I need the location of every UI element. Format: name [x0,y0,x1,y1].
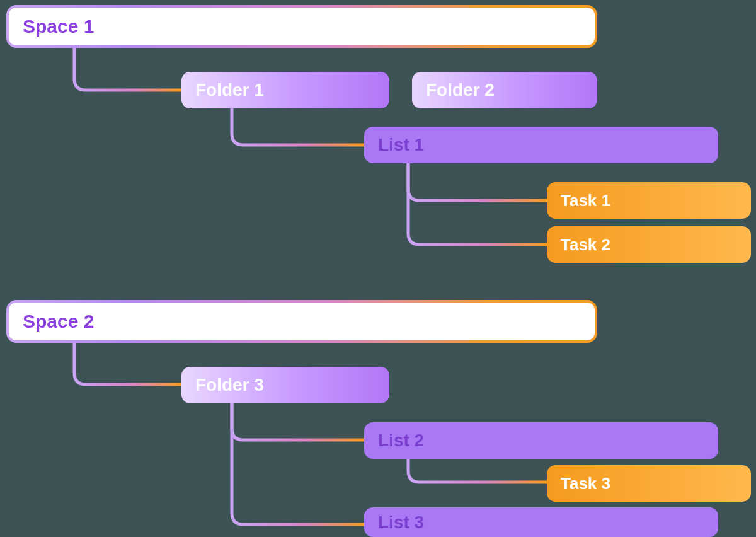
list-label: List 1 [378,135,424,155]
folder-label: Folder 3 [195,375,264,395]
folder-node-3[interactable]: Folder 3 [181,367,389,403]
folder-label: Folder 1 [195,80,264,100]
space-node-2[interactable]: Space 2 [6,300,597,343]
folder-label: Folder 2 [426,80,495,100]
list-node-3[interactable]: List 3 [364,507,718,537]
folder-node-1[interactable]: Folder 1 [181,72,389,108]
list-label: List 2 [378,430,424,451]
task-label: Task 2 [561,235,610,255]
task-node-3[interactable]: Task 3 [547,465,751,502]
task-label: Task 3 [561,474,610,494]
hierarchy-diagram: Space 1 Folder 1 Folder 2 List 1 Task 1 … [0,0,756,537]
list-node-2[interactable]: List 2 [364,422,718,459]
folder-node-2[interactable]: Folder 2 [412,72,597,108]
space-label: Space 1 [9,8,595,45]
space-label: Space 2 [9,303,595,340]
task-node-1[interactable]: Task 1 [547,182,751,219]
task-node-2[interactable]: Task 2 [547,226,751,263]
space-node-1[interactable]: Space 1 [6,5,597,48]
list-node-1[interactable]: List 1 [364,127,718,163]
task-label: Task 1 [561,191,610,211]
list-label: List 3 [378,512,424,533]
